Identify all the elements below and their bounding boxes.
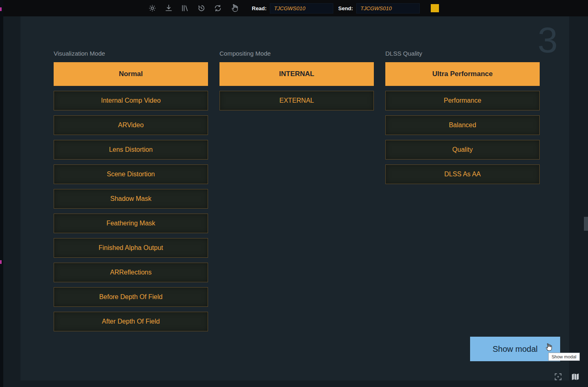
read-field-group: Read:	[252, 0, 333, 16]
option-feathering-mask[interactable]: Feathering Mask	[54, 214, 208, 233]
option-dlss-as-aa[interactable]: DLSS As AA	[385, 164, 540, 184]
page-number: 3	[538, 22, 558, 58]
option-scene-distortion[interactable]: Scene Distortion	[54, 164, 208, 184]
column-label: DLSS Quality	[385, 50, 540, 58]
pan-hand-icon[interactable]	[229, 3, 239, 13]
history-icon[interactable]	[197, 3, 206, 13]
option-normal[interactable]: Normal	[54, 62, 208, 86]
column-label: Visualization Mode	[54, 50, 208, 58]
read-label: Read:	[252, 5, 267, 11]
option-before-depth-of-field[interactable]: Before Depth Of Field	[54, 287, 208, 307]
status-indicator	[431, 4, 439, 12]
left-edge-strip	[0, 0, 3, 387]
download-icon[interactable]	[164, 3, 174, 13]
read-input[interactable]	[270, 3, 333, 14]
show-modal-button[interactable]: Show modal	[470, 337, 560, 361]
option-column-dlss-quality: DLSS QualityUltra PerformancePerformance…	[385, 50, 540, 189]
option-internal[interactable]: INTERNAL	[219, 62, 374, 86]
option-external[interactable]: EXTERNAL	[219, 91, 374, 110]
option-finished-alpha-output[interactable]: Finished Alpha Output	[54, 238, 208, 258]
library-icon[interactable]	[180, 3, 190, 13]
show-modal-tooltip: Show modal	[548, 353, 580, 361]
send-label: Send:	[338, 5, 353, 11]
send-input[interactable]	[356, 3, 420, 14]
option-arreflections[interactable]: ARReflections	[54, 263, 208, 282]
option-columns: Visualization ModeNormalInternal Comp Vi…	[54, 50, 540, 336]
option-performance[interactable]: Performance	[385, 91, 540, 110]
settings-icon[interactable]	[147, 3, 157, 13]
option-arvideo[interactable]: ARVideo	[54, 115, 208, 135]
option-column-visualization-mode: Visualization ModeNormalInternal Comp Vi…	[54, 50, 208, 336]
scrollbar-thumb[interactable]	[584, 217, 588, 231]
fullscreen-icon[interactable]	[553, 371, 563, 382]
column-label: Compositing Mode	[219, 50, 374, 58]
left-edge-artifact	[0, 260, 2, 264]
topbar: Read: Send:	[0, 0, 588, 16]
map-icon[interactable]	[570, 371, 581, 382]
send-field-group: Send:	[338, 0, 420, 16]
option-column-compositing-mode: Compositing ModeINTERNALEXTERNAL	[219, 50, 374, 115]
option-balanced[interactable]: Balanced	[385, 115, 540, 135]
option-ultra-performance[interactable]: Ultra Performance	[385, 62, 540, 86]
option-lens-distortion[interactable]: Lens Distortion	[54, 140, 208, 160]
refresh-icon[interactable]	[213, 3, 223, 13]
option-quality[interactable]: Quality	[385, 140, 540, 160]
main-panel: 3 Visualization ModeNormalInternal Comp …	[20, 16, 569, 380]
option-after-depth-of-field[interactable]: After Depth Of Field	[54, 312, 208, 331]
footer-icons	[553, 371, 581, 382]
option-internal-comp-video[interactable]: Internal Comp Video	[54, 91, 208, 110]
option-shadow-mask[interactable]: Shadow Mask	[54, 189, 208, 209]
left-edge-artifact	[0, 7, 2, 11]
toolbar-icons	[147, 0, 239, 16]
